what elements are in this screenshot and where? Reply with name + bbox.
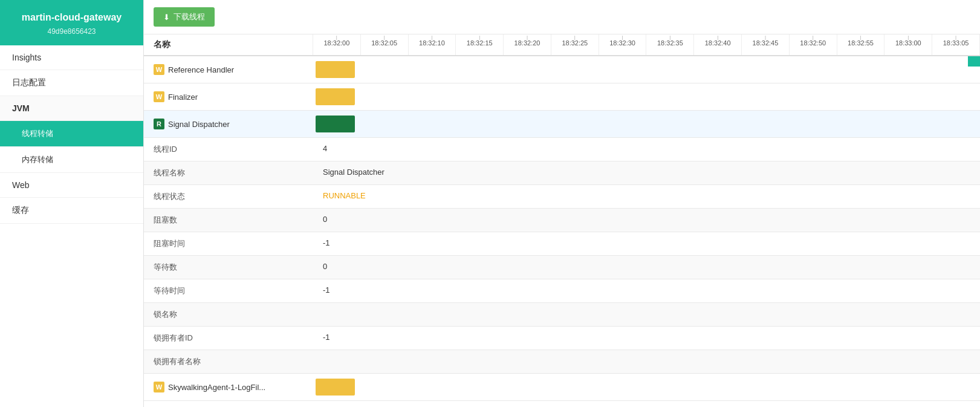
detail-row-wait-count: 等待数 0	[144, 256, 980, 279]
sidebar-item-memory-dump[interactable]: 内存转储	[0, 147, 143, 173]
thread-row-ref-handler[interactable]: W Reference Handler	[144, 56, 980, 83]
detail-row-lock-owner-id: 锁拥有者ID -1	[144, 327, 980, 350]
download-button[interactable]: ⬇ 下载线程	[154, 7, 215, 27]
thread-name-text-signal-dispatcher: Signal Dispatcher	[168, 120, 230, 129]
time-tick-7: 18:32:35	[646, 34, 694, 55]
thread-badge-skywalking: W	[154, 382, 164, 392]
time-tick-4: 18:32:20	[504, 34, 551, 55]
detail-label-thread-name: 线程名称	[144, 161, 313, 184]
time-tick-1: 18:32:05	[361, 34, 409, 55]
thread-name-finalizer: W Finalizer	[144, 86, 313, 107]
detail-value-thread-id: 4	[313, 138, 980, 161]
app-header: martin-cloud-gateway 49d9e8656423	[0, 0, 143, 45]
thread-badge-signal-dispatcher: R	[154, 119, 164, 129]
time-tick-12: 18:33:00	[884, 34, 932, 55]
sidebar-item-cache[interactable]: 缓存	[0, 198, 143, 224]
time-tick-9: 18:32:45	[742, 34, 790, 55]
thread-row-skywalking[interactable]: W SkywalkingAgent-1-LogFil...	[144, 374, 980, 401]
detail-value-thread-state: RUNNABLE	[313, 185, 980, 208]
detail-label-thread-id: 线程ID	[144, 138, 313, 161]
thread-name-ref-handler: W Reference Handler	[144, 59, 313, 80]
detail-value-lock-owner-id: -1	[313, 327, 980, 350]
sidebar-item-thread-dump[interactable]: 线程转储	[0, 121, 143, 147]
thread-bar-signal-dispatcher	[316, 116, 355, 132]
app-name: martin-cloud-gateway	[6, 11, 137, 24]
timeline-header: 名称 18:32:00 18:32:05 18:32:10 18:32:15 1…	[144, 34, 980, 56]
time-tick-0: 18:32:00	[313, 34, 361, 55]
detail-value-wait-count: 0	[313, 256, 980, 279]
detail-label-wait-time: 等待时间	[144, 279, 313, 302]
app-id: 49d9e8656423	[6, 27, 137, 37]
time-tick-11: 18:32:55	[837, 34, 885, 55]
detail-row-wait-time: 等待时间 -1	[144, 279, 980, 303]
detail-panel: 线程ID 4 线程名称 Signal Dispatcher 线程状态 RUNNA…	[144, 138, 980, 374]
thread-bar-ref-handler	[316, 61, 355, 78]
thread-bar-cell-skywalking	[313, 374, 361, 400]
detail-label-wait-count: 等待数	[144, 256, 313, 279]
thread-bar-cell-finalizer	[313, 83, 361, 110]
thread-name-text-ref-handler: Reference Handler	[168, 65, 234, 74]
detail-row-block-count: 阻塞数 0	[144, 209, 980, 232]
thread-name-text-skywalking: SkywalkingAgent-1-LogFil...	[168, 383, 265, 392]
time-tick-10: 18:32:50	[790, 34, 837, 55]
detail-value-block-time: -1	[313, 232, 980, 255]
time-tick-3: 18:32:15	[456, 34, 504, 55]
sidebar: martin-cloud-gateway 49d9e8656423 Insigh…	[0, 0, 144, 407]
thread-bar-finalizer	[316, 88, 355, 105]
main-content: ⬇ 下载线程 名称 18:32:00 18:32:05 18:32:10 18:…	[144, 0, 980, 407]
detail-value-thread-name: Signal Dispatcher	[313, 161, 980, 184]
thread-row-finalizer[interactable]: W Finalizer	[144, 83, 980, 111]
time-tick-5: 18:32:25	[551, 34, 599, 55]
sidebar-nav: Insights 日志配置 JVM 线程转储 内存转储 Web 缓存	[0, 45, 143, 407]
detail-label-thread-state: 线程状态	[144, 185, 313, 208]
detail-label-block-time: 阻塞时间	[144, 232, 313, 255]
detail-row-thread-id: 线程ID 4	[144, 138, 980, 161]
download-icon: ⬇	[163, 13, 170, 22]
time-tick-2: 18:32:10	[409, 34, 456, 55]
detail-row-thread-state: 线程状态 RUNNABLE	[144, 185, 980, 209]
sidebar-item-log-config[interactable]: 日志配置	[0, 70, 143, 96]
sidebar-item-insights[interactable]: Insights	[0, 45, 143, 70]
detail-label-lock-owner-id: 锁拥有者ID	[144, 327, 313, 350]
detail-value-wait-time: -1	[313, 279, 980, 302]
detail-label-lock-owner-name: 锁拥有者名称	[144, 350, 313, 373]
detail-label-lock-name: 锁名称	[144, 303, 313, 326]
detail-label-block-count: 阻塞数	[144, 209, 313, 232]
time-tick-6: 18:32:30	[599, 34, 647, 55]
time-tick-8: 18:32:40	[694, 34, 742, 55]
detail-value-lock-name	[313, 303, 980, 326]
detail-value-block-count: 0	[313, 209, 980, 232]
thread-bar-cell-signal-dispatcher	[313, 111, 361, 137]
thread-badge-finalizer: W	[154, 91, 164, 102]
thread-name-signal-dispatcher: R Signal Dispatcher	[144, 114, 313, 134]
detail-row-block-time: 阻塞时间 -1	[144, 232, 980, 256]
timeline-container[interactable]: 名称 18:32:00 18:32:05 18:32:10 18:32:15 1…	[144, 34, 980, 407]
thread-row-signal-dispatcher[interactable]: R Signal Dispatcher	[144, 111, 980, 138]
thread-name-text-finalizer: Finalizer	[168, 93, 198, 102]
thread-bar-cell-ref-handler	[313, 56, 361, 83]
time-tick-13: 18:33:05	[932, 34, 980, 55]
thread-badge-ref-handler: W	[154, 64, 164, 75]
download-label: 下载线程	[174, 11, 205, 22]
toolbar: ⬇ 下载线程	[144, 0, 980, 34]
detail-value-lock-owner-name	[313, 350, 980, 373]
thread-name-skywalking: W SkywalkingAgent-1-LogFil...	[144, 377, 313, 397]
sidebar-item-web[interactable]: Web	[0, 173, 143, 198]
thread-bar-skywalking	[316, 379, 355, 396]
detail-row-lock-name: 锁名称	[144, 303, 980, 327]
name-column-header: 名称	[144, 34, 313, 55]
detail-row-lock-owner-name: 锁拥有者名称	[144, 350, 980, 374]
sidebar-item-jvm[interactable]: JVM	[0, 96, 143, 121]
detail-row-thread-name: 线程名称 Signal Dispatcher	[144, 161, 980, 185]
